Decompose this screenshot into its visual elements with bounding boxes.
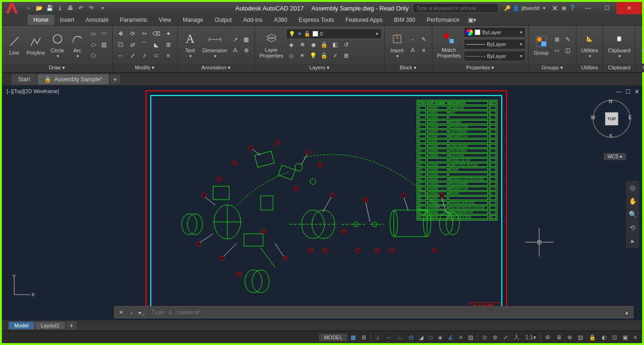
tab-featured[interactable]: Featured Apps <box>340 15 389 25</box>
offset-icon[interactable]: ⫽ <box>139 50 150 61</box>
layer-dropdown[interactable]: 💡 ☀ 🔓 0 ▼ <box>286 29 381 39</box>
annot-vis-icon[interactable]: ⊛ <box>490 332 500 343</box>
units-icon[interactable]: ⊕ <box>565 332 575 343</box>
close-button[interactable]: ✕ <box>616 2 642 14</box>
table-icon[interactable]: ▦ <box>241 34 252 45</box>
tab-model-space[interactable]: Model <box>9 322 34 329</box>
quickprops-icon[interactable]: ▤ <box>576 332 585 343</box>
infer-icon[interactable]: ⊥ <box>373 332 382 343</box>
rotate-icon[interactable]: ⟳ <box>127 29 138 39</box>
lweight-icon[interactable]: ≡ <box>457 332 465 343</box>
dimension-button[interactable]: Dimension▼ <box>201 30 229 59</box>
cleanscreen-icon[interactable]: ▣ <box>620 332 630 343</box>
laymatch-icon[interactable]: ◧ <box>330 39 341 50</box>
layunlock-icon[interactable]: 🔓 <box>319 50 330 61</box>
hatch-icon[interactable]: ▨ <box>99 39 109 50</box>
ortho-icon[interactable]: ∟ <box>395 332 405 343</box>
iso-icon[interactable]: ◢ <box>417 332 426 343</box>
zoom-icon[interactable]: 🔍 <box>627 209 638 220</box>
point-icon[interactable]: · <box>99 50 109 61</box>
text-button[interactable]: AText▼ <box>181 30 200 59</box>
tab-parametric[interactable]: Parametric <box>114 15 153 25</box>
leader-icon[interactable]: ↗ <box>230 34 241 45</box>
showmotion-icon[interactable]: ▸ <box>627 236 638 246</box>
layfrz-icon[interactable]: ❄ <box>297 39 308 50</box>
panel-title[interactable]: Annotation ▾ <box>178 64 254 72</box>
attedit-icon[interactable]: ≡ <box>419 45 429 56</box>
ribbon-menu-icon[interactable]: ▣▾ <box>465 15 479 25</box>
groupsel-icon[interactable]: ◫ <box>563 45 573 56</box>
groupedit-icon[interactable]: ✎ <box>563 34 573 45</box>
minimize-button[interactable]: — <box>578 2 597 14</box>
arc-button[interactable]: Arc▼ <box>68 30 87 59</box>
layoff-icon[interactable]: ◉ <box>308 39 319 50</box>
explode-icon[interactable]: ✦ <box>163 29 174 39</box>
search-input[interactable] <box>413 3 498 13</box>
customize-icon[interactable]: ≡ <box>631 332 639 343</box>
wcs-dropdown[interactable]: WCS ▾ <box>604 153 626 160</box>
tab-a360[interactable]: A360 <box>268 15 293 25</box>
move-icon[interactable]: ✥ <box>116 29 126 39</box>
group-button[interactable]: Group <box>532 33 551 57</box>
ellipse-icon[interactable]: ⬭ <box>88 39 98 50</box>
command-line[interactable]: ✕ ⌄ ▸_ ▴ <box>114 306 634 318</box>
view-label[interactable]: [–][Top][2D Wireframe] <box>7 88 59 94</box>
layiso2-icon[interactable]: ◇ <box>286 50 297 61</box>
laythw-icon[interactable]: ☀ <box>297 50 308 61</box>
view-cube[interactable]: TOP N S W E <box>593 100 631 138</box>
lineweight-dropdown[interactable]: ByLayer▼ <box>464 39 526 49</box>
laylock-icon[interactable]: 🔒 <box>319 39 330 50</box>
pan-icon[interactable]: ✋ <box>627 196 638 206</box>
new-layout-button[interactable]: + <box>66 321 77 330</box>
tab-home[interactable]: Home <box>28 15 54 25</box>
attdef-icon[interactable]: A <box>408 45 418 56</box>
monitor-icon[interactable]: 🖥 <box>554 332 564 343</box>
match-props-button[interactable]: Match Properties <box>435 30 463 59</box>
tab-annotate[interactable]: Annotate <box>80 15 114 25</box>
a360-icon[interactable]: ⎈ <box>562 4 566 13</box>
fillet-icon[interactable]: ⌒ <box>139 39 150 50</box>
stretch-icon[interactable]: ↔ <box>116 50 126 61</box>
annoscale-icon[interactable]: 人 <box>511 332 522 343</box>
create-icon[interactable]: ▫ <box>408 34 418 45</box>
edit-icon[interactable]: ✎ <box>419 34 429 45</box>
mirror-icon[interactable]: ⇄ <box>127 39 138 50</box>
workspace-icon[interactable]: ⚙ <box>543 332 553 343</box>
polygon-icon[interactable]: ⬠ <box>88 50 98 61</box>
qat-save-icon[interactable]: 💾 <box>45 3 54 13</box>
vp-max-icon[interactable]: ☐ <box>625 88 631 95</box>
dynamic-icon[interactable]: ↔ <box>383 332 394 343</box>
circle-button[interactable]: Circle▼ <box>48 30 67 59</box>
osnap-icon[interactable]: □ <box>427 332 435 343</box>
layer-props-button[interactable]: Layer Properties <box>258 30 285 59</box>
maximize-button[interactable]: ☐ <box>597 2 616 14</box>
tab-output[interactable]: Output <box>209 15 237 25</box>
drawing-viewport[interactable]: [–][Top][2D Wireframe] — ☐ ✕ TOP N S W E… <box>2 86 642 320</box>
mtext-icon[interactable]: A <box>230 45 241 56</box>
grid-icon[interactable]: ▦ <box>348 332 358 343</box>
spline-icon[interactable]: 〰 <box>99 29 109 39</box>
tab-insert[interactable]: Insert <box>54 15 80 25</box>
erase-icon[interactable]: ⌫ <box>151 29 162 39</box>
chamfer-icon[interactable]: ◣ <box>151 39 162 50</box>
orbit-icon[interactable]: ⟲ <box>627 222 638 233</box>
snap-icon[interactable]: ⊞ <box>359 332 369 343</box>
qat-undo-icon[interactable]: ↶ <box>76 3 86 13</box>
command-input[interactable] <box>148 309 621 316</box>
transparency-icon[interactable]: ▨ <box>466 332 476 343</box>
user-account[interactable]: 🔑 👤 jtbworld ▼ <box>504 5 546 11</box>
tab-current-drawing[interactable]: 🔒Assembly Sample* <box>38 74 109 85</box>
insert-button[interactable]: Insert▼ <box>388 30 407 59</box>
tab-start[interactable]: Start <box>11 74 37 85</box>
panel-title[interactable]: Draw ▾ <box>2 64 112 72</box>
autoscale-icon[interactable]: ⤢ <box>501 332 510 343</box>
trim-icon[interactable]: ✂ <box>139 29 150 39</box>
clipboard-button[interactable]: 📋Clipboard▼ <box>606 30 632 59</box>
model-paper-toggle[interactable]: MODEL <box>319 334 347 341</box>
panel-title[interactable]: Block ▾ <box>385 64 432 72</box>
3dosnap-icon[interactable]: ◈ <box>436 332 445 343</box>
qat-plot-icon[interactable]: 🖶 <box>66 3 75 13</box>
panel-title[interactable]: Modify ▾ <box>113 64 177 72</box>
layiso-icon[interactable]: ◈ <box>286 39 297 50</box>
new-tab-button[interactable]: + <box>110 75 120 84</box>
